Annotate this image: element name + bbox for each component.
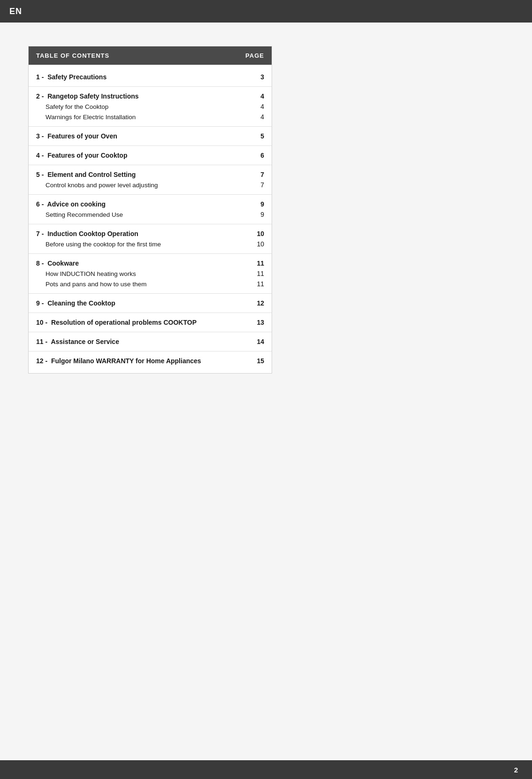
toc-item-label: 10 - Resolution of operational problems …	[36, 319, 250, 326]
toc-title: TABLE OF CONTENTS	[36, 52, 109, 59]
toc-item-page: 4	[250, 92, 264, 100]
toc-item-label: 9 - Cleaning the Cooktop	[36, 299, 250, 307]
toc-section-4: 4 - Features of your Cooktop 6	[29, 148, 272, 163]
toc-item-page: 15	[250, 357, 264, 365]
top-bar: EN	[0, 0, 532, 23]
toc-row: 12 - Fulgor Milano WARRANTY for Home App…	[36, 356, 264, 366]
toc-item-page: 14	[250, 338, 264, 345]
toc-row: 7 - Induction Cooktop Operation 10	[36, 229, 264, 239]
toc-section-8: 8 - Cookware 11 How INDUCTION heating wo…	[29, 256, 272, 291]
toc-row: 4 - Features of your Cooktop 6	[36, 150, 264, 160]
toc-row-sub: Pots and pans and how to use them 11	[36, 279, 264, 289]
toc-item-label: 2 - Rangetop Safety Instructions	[36, 92, 250, 100]
toc-item-page: 12	[250, 299, 264, 307]
toc-row: 1 - Safety Precautions 3	[36, 72, 264, 82]
bottom-bar: 2	[0, 760, 532, 779]
toc-row: 3 - Features of your Oven 5	[36, 131, 264, 141]
toc-sub-page: 7	[250, 181, 264, 189]
toc-row: 11 - Assistance or Service 14	[36, 336, 264, 347]
toc-sub-label: Control knobs and power level adjusting	[36, 182, 250, 189]
toc-row: 8 - Cookware 11	[36, 258, 264, 268]
toc-item-label: 1 - Safety Precautions	[36, 73, 250, 81]
toc-row: 9 - Cleaning the Cooktop 12	[36, 298, 264, 308]
toc-row-sub: Control knobs and power level adjusting …	[36, 180, 264, 190]
toc-sub-page: 11	[250, 280, 264, 288]
toc-section-7: 7 - Induction Cooktop Operation 10 Befor…	[29, 226, 272, 252]
toc-page-label: PAGE	[245, 52, 264, 59]
toc-sub-page: 9	[250, 211, 264, 218]
toc-item-page: 6	[250, 152, 264, 159]
toc-row: 2 - Rangetop Safety Instructions 4	[36, 91, 264, 101]
toc-item-page: 5	[250, 132, 264, 140]
toc-row-sub: Before using the cooktop for the first t…	[36, 239, 264, 249]
toc-sub-page: 4	[250, 103, 264, 110]
toc-item-page: 3	[250, 73, 264, 81]
toc-row-sub: How INDUCTION heating works 11	[36, 268, 264, 279]
toc-sub-page: 11	[250, 270, 264, 277]
toc-sub-page: 4	[250, 113, 264, 121]
toc-section-11: 11 - Assistance or Service 14	[29, 334, 272, 349]
toc-item-label: 12 - Fulgor Milano WARRANTY for Home App…	[36, 357, 250, 365]
toc-item-page: 13	[250, 319, 264, 326]
toc-row: 5 - Element and Control Setting 7	[36, 169, 264, 180]
toc-sub-label: Warnings for Electric Installation	[36, 114, 250, 121]
toc-row-sub: Safety for the Cooktop 4	[36, 101, 264, 112]
toc-item-label: 6 - Advice on cooking	[36, 200, 250, 208]
toc-item-label: 7 - Induction Cooktop Operation	[36, 230, 250, 237]
toc-row-sub: Setting Recommended Use 9	[36, 209, 264, 220]
toc-item-label: 4 - Features of your Cooktop	[36, 152, 250, 159]
toc-container: TABLE OF CONTENTS PAGE 1 - Safety Precau…	[28, 46, 272, 374]
toc-section-1: 1 - Safety Precautions 3	[29, 69, 272, 84]
toc-row: 10 - Resolution of operational problems …	[36, 317, 264, 328]
toc-section-3: 3 - Features of your Oven 5	[29, 129, 272, 144]
toc-body: 1 - Safety Precautions 3 2 - Rangetop Sa…	[29, 65, 272, 373]
toc-sub-label: How INDUCTION heating works	[36, 270, 250, 277]
toc-section-10: 10 - Resolution of operational problems …	[29, 315, 272, 330]
toc-item-page: 9	[250, 200, 264, 208]
toc-row: 6 - Advice on cooking 9	[36, 199, 264, 209]
toc-item-page: 7	[250, 171, 264, 178]
toc-sub-label: Safety for the Cooktop	[36, 103, 250, 110]
toc-header: TABLE OF CONTENTS PAGE	[29, 46, 272, 65]
toc-section-6: 6 - Advice on cooking 9 Setting Recommen…	[29, 197, 272, 222]
toc-section-12: 12 - Fulgor Milano WARRANTY for Home App…	[29, 353, 272, 368]
toc-sub-label: Pots and pans and how to use them	[36, 281, 250, 288]
toc-section-9: 9 - Cleaning the Cooktop 12	[29, 296, 272, 311]
toc-sub-label: Setting Recommended Use	[36, 211, 250, 218]
toc-sub-label: Before using the cooktop for the first t…	[36, 241, 250, 248]
page-number: 2	[514, 766, 518, 774]
toc-item-label: 11 - Assistance or Service	[36, 338, 250, 345]
language-label: EN	[9, 7, 22, 16]
toc-item-label: 5 - Element and Control Setting	[36, 171, 250, 178]
toc-row-sub: Warnings for Electric Installation 4	[36, 112, 264, 122]
toc-item-page: 11	[250, 260, 264, 267]
page-content: TABLE OF CONTENTS PAGE 1 - Safety Precau…	[0, 23, 532, 779]
toc-item-label: 3 - Features of your Oven	[36, 132, 250, 140]
toc-section-2: 2 - Rangetop Safety Instructions 4 Safet…	[29, 89, 272, 124]
toc-sub-page: 10	[250, 240, 264, 248]
toc-section-5: 5 - Element and Control Setting 7 Contro…	[29, 167, 272, 192]
toc-item-label: 8 - Cookware	[36, 260, 250, 267]
toc-item-page: 10	[250, 230, 264, 237]
